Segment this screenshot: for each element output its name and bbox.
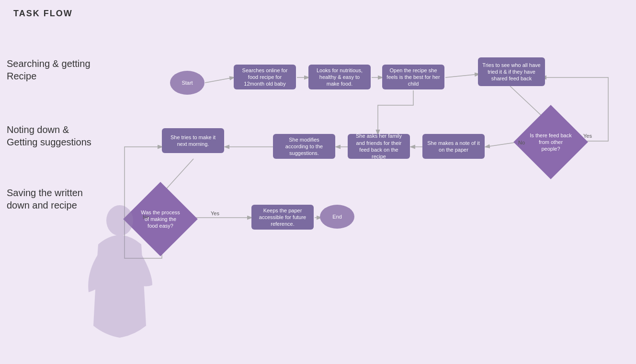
node-asks-family: She asks her family and friends for thei… xyxy=(348,134,410,159)
label-yes-d2: Yes xyxy=(211,210,219,216)
diamond-feedback: Is there feed back from other people? xyxy=(522,113,579,171)
node-keeps-paper: Keeps the paper accessible for future re… xyxy=(251,205,314,230)
node-look-nutritious: Looks for nutritious, healthy & easy to … xyxy=(308,65,371,89)
phase-label-2: Noting down &Getting suggestions xyxy=(7,123,91,148)
phase-label-1: Searching & gettingRecipe xyxy=(7,57,91,82)
node-tries-see: Tries to see who all have tried it & if … xyxy=(478,57,545,86)
svg-point-12 xyxy=(106,205,133,236)
page-title: TASK FLOW xyxy=(13,9,73,19)
label-no-d1: No xyxy=(518,140,525,145)
end-node: End xyxy=(320,205,354,229)
node-modifies: She modifies according to the suggestion… xyxy=(273,134,335,159)
svg-line-0 xyxy=(205,77,234,83)
svg-line-3 xyxy=(445,74,479,77)
node-tries-next: She tries to make it next morning. xyxy=(162,128,224,153)
label-yes-d1: Yes xyxy=(583,133,592,139)
phase-label-3: Saving the writtendown and recipe xyxy=(7,187,83,211)
start-node: Start xyxy=(170,71,204,95)
node-search-online: Searches online for food recipe for 12mo… xyxy=(234,65,296,89)
node-makes-note: She makes a note of it on the paper xyxy=(422,134,485,159)
node-open-recipe: Open the recipe she feels is the best fo… xyxy=(382,65,444,89)
svg-point-13 xyxy=(114,273,140,307)
